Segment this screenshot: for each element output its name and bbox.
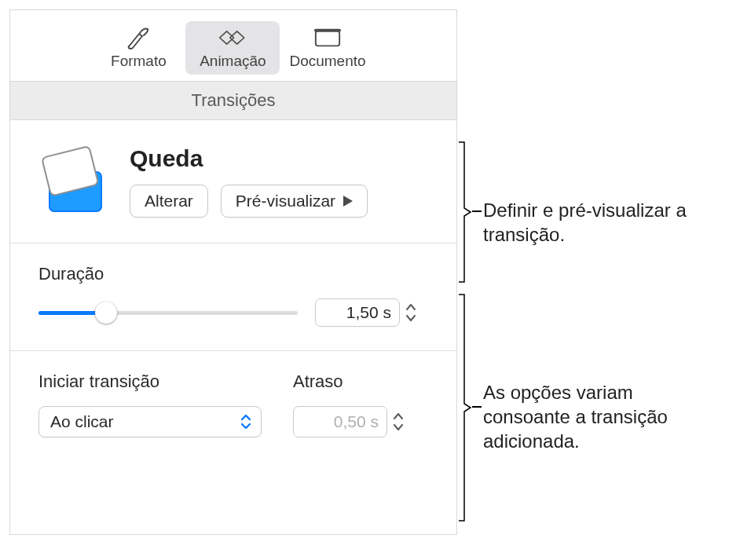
slide-thumbnail-icon xyxy=(38,145,112,219)
start-transition-value: Ao clicar xyxy=(50,412,114,431)
duration-stepper xyxy=(315,298,417,327)
play-icon xyxy=(343,196,353,207)
transition-preview-section: Queda Alterar Pré-visualizar xyxy=(10,120,456,243)
stepper-chevrons-icon xyxy=(405,301,417,324)
paintbrush-icon xyxy=(124,26,152,49)
svg-rect-1 xyxy=(314,29,341,32)
transition-info: Queda Alterar Pré-visualizar xyxy=(130,145,434,218)
preview-button-label: Pré-visualizar xyxy=(236,192,335,210)
change-button-label: Alterar xyxy=(145,192,193,210)
delay-stepper xyxy=(293,406,434,437)
transition-buttons: Alterar Pré-visualizar xyxy=(130,185,434,218)
tab-animate[interactable]: Animação xyxy=(185,21,280,75)
tab-format[interactable]: Formato xyxy=(91,21,185,75)
tab-document[interactable]: Documento xyxy=(280,21,375,75)
transition-name: Queda xyxy=(130,145,434,172)
tab-document-label: Documento xyxy=(289,53,365,70)
duration-controls xyxy=(38,298,434,327)
duration-input[interactable] xyxy=(315,298,400,327)
duration-label: Duração xyxy=(38,264,434,284)
change-button[interactable]: Alterar xyxy=(130,185,208,218)
callouts-layer: Definir e pré-visualizar a transição. As… xyxy=(458,9,720,535)
delay-label: Atraso xyxy=(293,372,434,392)
tab-animate-label: Animação xyxy=(200,53,266,70)
stepper-chevrons-icon xyxy=(392,409,405,434)
presentation-icon xyxy=(313,26,342,49)
bracket-top-icon xyxy=(458,141,472,283)
slider-thumb[interactable] xyxy=(95,302,117,324)
callout-top: Definir e pré-visualizar a transição. xyxy=(483,198,719,247)
transitions-subheader: Transições xyxy=(10,81,456,120)
delay-input[interactable] xyxy=(293,406,387,437)
diamonds-icon xyxy=(218,26,247,49)
delay-column: Atraso xyxy=(293,372,434,437)
delay-stepper-arrows[interactable] xyxy=(392,406,405,437)
callout-tick-bottom xyxy=(472,406,482,408)
start-transition-select[interactable]: Ao clicar xyxy=(38,406,262,437)
duration-stepper-arrows[interactable] xyxy=(405,298,417,327)
bracket-bottom-icon xyxy=(458,294,472,522)
inspector-toolbar: Formato Animação Documento xyxy=(10,10,456,81)
select-chevrons-icon xyxy=(237,413,255,430)
preview-button[interactable]: Pré-visualizar xyxy=(221,185,368,218)
start-delay-section: Iniciar transição Ao clicar Atraso xyxy=(10,351,456,461)
callout-bottom: As opções variam consoante a transição a… xyxy=(483,380,719,454)
duration-section: Duração xyxy=(10,243,456,351)
svg-rect-0 xyxy=(316,31,339,46)
duration-slider[interactable] xyxy=(38,302,298,324)
inspector-panel: Formato Animação Documento Transições xyxy=(9,9,457,535)
start-transition-label: Iniciar transição xyxy=(38,372,262,392)
callout-tick-top xyxy=(472,210,482,212)
tab-format-label: Formato xyxy=(111,53,167,70)
start-column: Iniciar transição Ao clicar xyxy=(38,372,262,437)
